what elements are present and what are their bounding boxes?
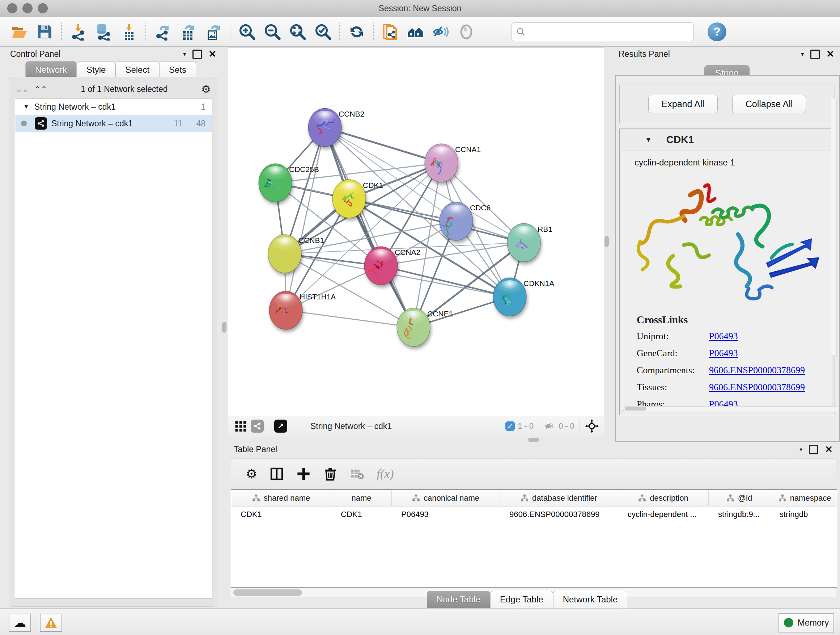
- column-header-namespace[interactable]: namespace: [770, 490, 837, 506]
- tab-network[interactable]: Network: [25, 61, 77, 79]
- refresh-button[interactable]: [347, 22, 367, 42]
- fit-content-crosshair-icon[interactable]: [585, 419, 599, 433]
- import-network-from-file-button[interactable]: [68, 22, 88, 42]
- crosslink-link[interactable]: P06493: [709, 348, 737, 359]
- column-header-description[interactable]: description: [618, 490, 709, 506]
- table-cell[interactable]: cyclin-dependent ...: [618, 507, 709, 523]
- network-options-gear-icon[interactable]: ⚙: [201, 83, 211, 96]
- section-collapse-icon[interactable]: ▼: [645, 136, 652, 144]
- birds-eye-toggle-button[interactable]: [274, 420, 287, 432]
- crosslink-link[interactable]: P06493: [709, 331, 737, 342]
- home-button[interactable]: [406, 22, 426, 42]
- help-button[interactable]: ?: [707, 22, 726, 41]
- table-row[interactable]: CDK1CDK1P064939606.ENSP00000378699cyclin…: [231, 507, 837, 523]
- crosslink-link[interactable]: 9606.ENSP00000378699: [709, 382, 805, 393]
- close-panel-icon[interactable]: ✕: [825, 444, 833, 455]
- show-all-button[interactable]: [456, 22, 477, 42]
- right-splitter-handle[interactable]: [605, 236, 609, 247]
- warnings-button[interactable]: [40, 614, 62, 632]
- node-section-header[interactable]: ▼ CDK1: [620, 129, 835, 150]
- results-horizontal-scrollbar[interactable]: [624, 406, 838, 412]
- export-table-button[interactable]: [178, 22, 198, 42]
- table-cell[interactable]: CDK1: [231, 507, 332, 523]
- network-node-HIST1H1A[interactable]: HIST1H1A: [269, 291, 336, 329]
- column-header-shared-name[interactable]: shared name: [231, 490, 332, 506]
- network-canvas[interactable]: CCNB2CCNA1CDC25BCDK1CDC6RB1CCNB1CCNA2CDK…: [228, 48, 604, 416]
- save-session-button[interactable]: [35, 22, 55, 42]
- zoom-out-button[interactable]: [262, 22, 283, 42]
- network-edge[interactable]: [286, 127, 325, 310]
- column-header-name[interactable]: name: [332, 490, 392, 506]
- export-network-button[interactable]: [153, 22, 173, 42]
- network-node-CDK1[interactable]: CDK1: [332, 180, 383, 218]
- float-panel-icon[interactable]: [810, 50, 820, 59]
- network-node-CCNA2[interactable]: CCNA2: [364, 247, 420, 285]
- grid-view-button[interactable]: [235, 420, 247, 432]
- zoom-fit-button[interactable]: [287, 22, 308, 42]
- network-row[interactable]: String Network – cdk1 11 48: [15, 115, 212, 132]
- network-node-CCNB2[interactable]: CCNB2: [308, 108, 364, 147]
- network-node-CCNE1[interactable]: CCNE1: [397, 308, 453, 347]
- float-panel-icon[interactable]: [809, 445, 818, 454]
- string-app-button[interactable]: [380, 22, 401, 42]
- expand-all-button[interactable]: Expand All: [648, 95, 718, 113]
- network-node-CDKN1A[interactable]: CDKN1A: [493, 278, 554, 316]
- memory-button[interactable]: Memory: [778, 613, 834, 632]
- function-builder-icon[interactable]: f(x): [377, 467, 393, 481]
- horizontal-splitter-handle[interactable]: [528, 438, 539, 442]
- tab-select[interactable]: Select: [115, 61, 159, 79]
- delete-column-icon[interactable]: [323, 467, 338, 481]
- collection-expand-icon[interactable]: ▼: [23, 103, 29, 111]
- table-options-gear-icon[interactable]: ⚙: [246, 466, 257, 481]
- import-network-from-database-button[interactable]: [94, 22, 114, 42]
- tab-sets[interactable]: Sets: [159, 61, 196, 79]
- search-input[interactable]: [526, 27, 679, 37]
- expand-all-networks-icon[interactable]: ⌃⌃: [34, 87, 47, 91]
- scrollbar-thumb[interactable]: [625, 407, 646, 410]
- tab-edge-table[interactable]: Edge Table: [490, 591, 553, 608]
- panel-menu-icon[interactable]: ▾: [183, 51, 186, 57]
- table-cell[interactable]: stringdb:9...: [709, 507, 770, 523]
- scrollbar-thumb[interactable]: [233, 589, 302, 596]
- table-cell[interactable]: CDK1: [332, 507, 392, 523]
- add-column-icon[interactable]: [296, 467, 311, 481]
- close-panel-icon[interactable]: ✕: [208, 49, 216, 60]
- network-edge[interactable]: [325, 127, 414, 327]
- zoom-in-button[interactable]: [237, 22, 257, 42]
- left-splitter-handle[interactable]: [222, 322, 226, 333]
- delete-table-icon[interactable]: [350, 467, 364, 481]
- toolbar-search[interactable]: [512, 22, 694, 41]
- float-panel-icon[interactable]: [193, 50, 202, 59]
- tab-style[interactable]: Style: [77, 61, 115, 79]
- collapse-all-button[interactable]: Collapse All: [732, 95, 806, 113]
- network-node-CDC6[interactable]: CDC6: [439, 202, 491, 241]
- cloud-status-button[interactable]: ☁: [9, 614, 31, 632]
- close-panel-icon[interactable]: ✕: [826, 49, 834, 60]
- open-session-button[interactable]: [9, 22, 30, 42]
- network-collection-row[interactable]: ▼ String Network – cdk1 1: [15, 98, 212, 115]
- selected-checkbox-icon[interactable]: ✓: [505, 421, 515, 431]
- tab-node-table[interactable]: Node Table: [427, 591, 490, 608]
- network-overview-button[interactable]: [251, 420, 264, 432]
- network-node-CCNB1[interactable]: CCNB1: [268, 234, 324, 273]
- tab-network-table[interactable]: Network Table: [553, 591, 628, 608]
- panel-menu-icon[interactable]: ▾: [801, 51, 804, 57]
- network-edge[interactable]: [286, 310, 414, 327]
- network-edge[interactable]: [349, 199, 524, 242]
- results-vertical-scrollbar[interactable]: [831, 99, 837, 356]
- panel-menu-icon[interactable]: ▾: [799, 446, 802, 453]
- network-node-CCNA1[interactable]: CCNA1: [425, 144, 481, 182]
- column-header-canonical-name[interactable]: canonical name: [392, 490, 500, 506]
- column-header-database-identifier[interactable]: database identifier: [500, 490, 618, 506]
- crosslink-link[interactable]: 9606.ENSP00000378699: [709, 365, 805, 376]
- column-header--id[interactable]: @id: [709, 490, 770, 506]
- import-table-from-file-button[interactable]: [119, 22, 139, 42]
- hide-selected-button[interactable]: [431, 22, 451, 42]
- collapse-all-networks-icon[interactable]: ⌄⌄: [16, 87, 29, 91]
- table-cell[interactable]: 9606.ENSP00000378699: [500, 507, 618, 523]
- network-node-RB1[interactable]: RB1: [507, 223, 553, 262]
- table-cell[interactable]: P06493: [392, 507, 500, 523]
- network-edge[interactable]: [325, 127, 441, 163]
- show-columns-icon[interactable]: [270, 467, 284, 481]
- export-image-button[interactable]: [203, 22, 224, 42]
